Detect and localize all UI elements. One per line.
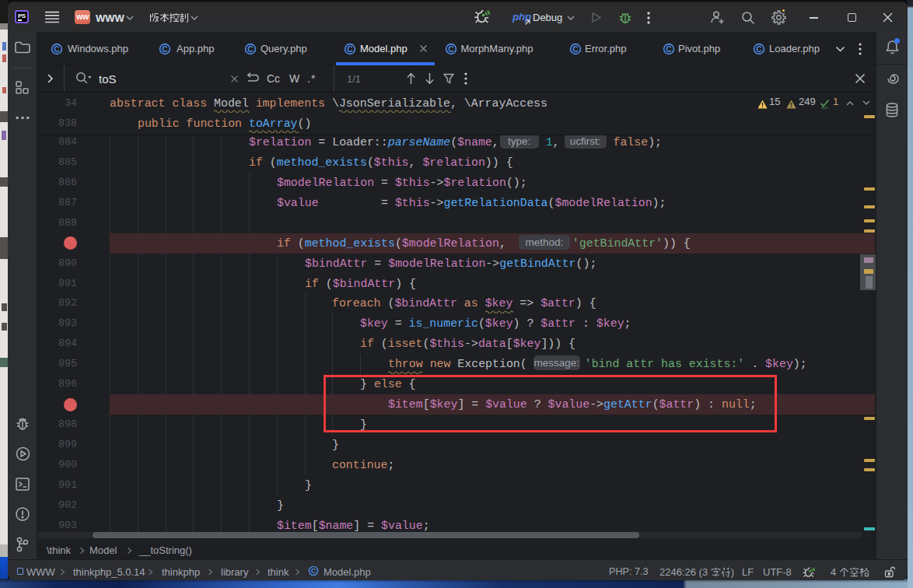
svg-text:C: C (756, 45, 762, 54)
svg-text:C: C (666, 45, 672, 54)
svg-text:C: C (54, 45, 60, 54)
svg-text:C: C (448, 45, 454, 54)
svg-text:C: C (247, 45, 254, 54)
svg-text:C: C (311, 567, 317, 575)
svg-text:C: C (572, 45, 579, 54)
svg-text:C: C (347, 45, 353, 54)
svg-text:C: C (162, 45, 168, 54)
